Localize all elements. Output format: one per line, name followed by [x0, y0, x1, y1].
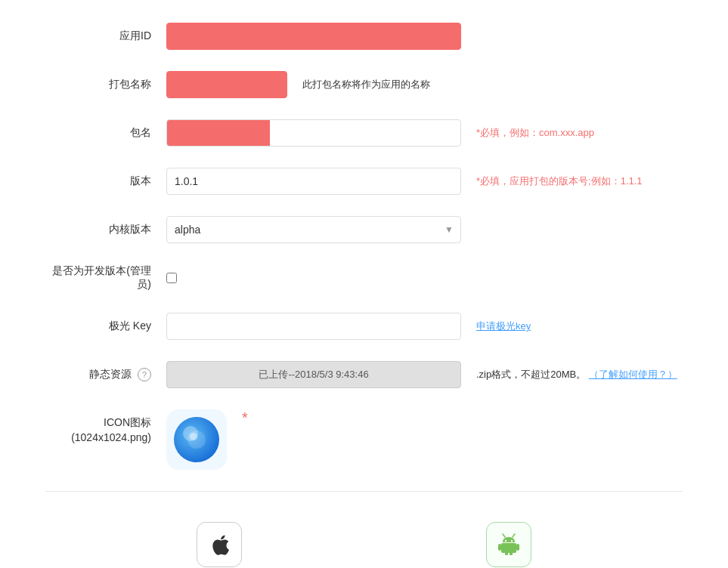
is-dev-checkbox-wrapper [166, 273, 177, 283]
app-id-label: 应用ID [45, 29, 166, 43]
icon-inner-svg [185, 428, 208, 451]
svg-point-7 [505, 540, 507, 542]
ios-platform-item: IOS [197, 522, 242, 568]
is-dev-checkbox[interactable] [166, 273, 177, 283]
is-dev-row: 是否为开发版本(管理员) [45, 264, 683, 292]
jpush-key-input[interactable] [166, 313, 461, 340]
icon-circle-graphic [174, 417, 219, 462]
uploaded-text: 已上传--2018/5/3 9:43:46 [259, 368, 368, 381]
android-logo-icon [495, 531, 522, 558]
package-name-hint: 此打包名称将作为应用的名称 [302, 78, 430, 91]
icon-preview[interactable] [166, 409, 227, 470]
form-container: 应用ID 打包名称 此打包名称将作为应用的名称 包名 *必填，例如：com.xx… [0, 0, 728, 568]
version-input[interactable] [166, 168, 461, 195]
svg-line-9 [503, 534, 505, 537]
static-resource-label: 静态资源 ? [45, 368, 166, 381]
ios-platform-icon[interactable] [197, 522, 242, 567]
icon-required-mark: * [242, 409, 248, 427]
icon-row: ICON图标 (1024x1024.png) * [45, 409, 683, 470]
svg-line-10 [513, 534, 515, 537]
package-name-label: 打包名称 [45, 78, 166, 91]
svg-point-8 [511, 540, 513, 542]
is-dev-label: 是否为开发版本(管理员) [45, 264, 166, 292]
version-row: 版本 *必填，应用打包的版本号;例如：1.1.1 [45, 168, 683, 195]
jpush-key-row: 极光 Key 申请极光key [45, 313, 683, 340]
android-platform-item: Android [486, 522, 531, 568]
svg-point-0 [187, 431, 206, 449]
svg-rect-3 [498, 544, 501, 551]
svg-rect-6 [510, 551, 513, 555]
kernel-version-label: 内核版本 [45, 223, 166, 236]
svg-point-1 [190, 433, 197, 440]
platform-container: IOS [45, 522, 683, 568]
icon-label: ICON图标 (1024x1024.png) [45, 409, 166, 445]
app-id-row: 应用ID [45, 23, 683, 50]
bundle-id-hint: *必填，例如：com.xxx.app [476, 126, 594, 140]
svg-rect-5 [505, 551, 508, 555]
help-icon[interactable]: ? [138, 368, 151, 381]
static-resource-hint: .zip格式，不超过20MB。 （了解如何使用？） [476, 368, 677, 381]
jpush-key-label: 极光 Key [45, 320, 166, 333]
version-label: 版本 [45, 174, 166, 188]
android-platform-icon[interactable] [486, 522, 531, 567]
package-name-row: 打包名称 此打包名称将作为应用的名称 [45, 71, 683, 98]
kernel-version-select[interactable]: alpha beta stable [166, 216, 461, 243]
static-resource-row: 静态资源 ? 已上传--2018/5/3 9:43:46 .zip格式，不超过2… [45, 361, 683, 388]
app-id-input[interactable] [166, 23, 461, 50]
static-resource-hint-link[interactable]: （了解如何使用？） [589, 369, 677, 380]
static-resource-upload-btn[interactable]: 已上传--2018/5/3 9:43:46 [166, 361, 461, 388]
svg-rect-2 [501, 543, 516, 553]
version-hint: *必填，应用打包的版本号;例如：1.1.1 [476, 174, 643, 188]
bundle-id-label: 包名 [45, 126, 166, 140]
svg-rect-4 [516, 544, 519, 551]
bundle-id-input[interactable] [166, 119, 461, 147]
bundle-id-row: 包名 *必填，例如：com.xxx.app [45, 119, 683, 147]
jpush-key-hint-link[interactable]: 申请极光key [476, 320, 531, 333]
kernel-version-select-wrapper: alpha beta stable ▼ [166, 216, 461, 243]
divider [45, 491, 683, 492]
package-name-input[interactable] [166, 71, 287, 98]
kernel-version-row: 内核版本 alpha beta stable ▼ [45, 216, 683, 243]
apple-logo-icon [206, 531, 233, 558]
